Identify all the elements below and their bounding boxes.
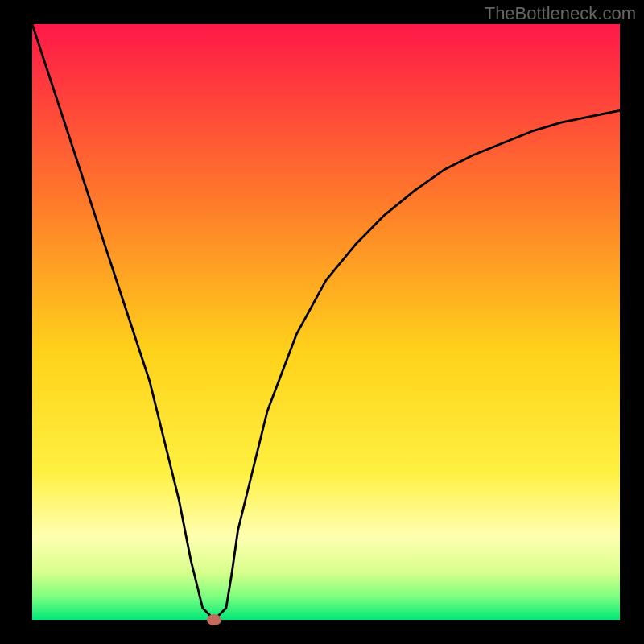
minimum-marker [207,614,221,625]
plot-area [32,24,620,620]
bottleneck-curve [32,24,620,620]
watermark-text: TheBottleneck.com [485,3,636,24]
